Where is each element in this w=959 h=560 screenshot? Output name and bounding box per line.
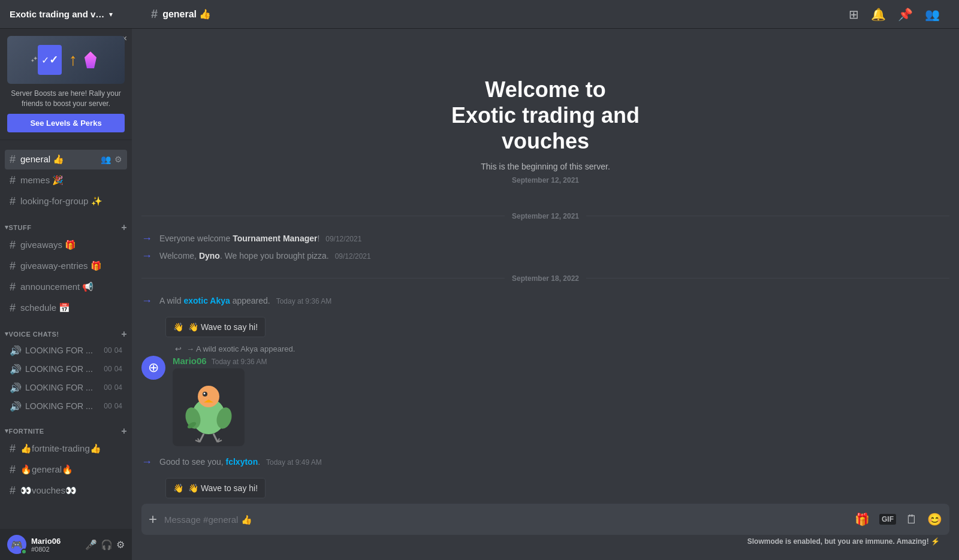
channel-item-memes[interactable]: # memes 🎉 <box>5 171 127 190</box>
channel-name-announcement: announcement 📢 <box>20 281 122 292</box>
channel-hash: # <box>10 485 16 497</box>
channel-hash: # <box>10 239 16 252</box>
top-bar-actions: ⊞ 🔔 📌 👥 <box>849 7 949 22</box>
message-input[interactable] <box>164 507 848 532</box>
channel-item-giveaway-entries[interactable]: # giveaway-entries 🎁 <box>5 256 127 276</box>
voice-counts-3: 00 04 <box>104 383 122 392</box>
server-name: Exotic trading and vouc... <box>10 9 105 19</box>
channel-item-lfg[interactable]: # looking-for-group ✨ <box>5 192 127 211</box>
input-icons: 🎁 GIF 🗒 😊 <box>855 512 942 526</box>
sys-text-1: Everyone welcome Tournament Manager! 09/… <box>159 234 361 243</box>
wave-emoji-1: 👋 <box>173 322 183 332</box>
user-panel: 🎮 Mario06 #0802 🎤 🎧 ⚙ <box>0 529 132 560</box>
section-header-fortnite[interactable]: ▾ FORTNITE + <box>0 416 132 439</box>
join-arrow-icon-2: → <box>141 250 152 262</box>
slowmode-text: Slowmode is enabled, but you are immune.… <box>747 537 940 546</box>
boost-button[interactable]: See Levels & Perks <box>7 114 125 132</box>
gift-icon[interactable]: 🎁 <box>855 512 870 526</box>
hashtag-icon[interactable]: ⊞ <box>849 7 859 22</box>
sys-time-2: 09/12/2021 <box>335 252 371 261</box>
message-input-area: + 🎁 GIF 🗒 😊 Slowmode is enabled, but you… <box>132 504 959 560</box>
wave-button-area-2: 👋 👋 Wave to say hi! <box>132 473 959 498</box>
message-header-mario06: Mario06 Today at 9:36 AM <box>173 356 949 366</box>
message-row-mario06: ⊕ Mario06 Today at 9:36 AM <box>141 356 949 446</box>
sys-time-1: 09/12/2021 <box>325 235 361 243</box>
add-attachment-button[interactable]: + <box>149 504 157 535</box>
section-label-stuff: STUFF <box>9 224 32 231</box>
voice-name-2: LOOKING FOR ... <box>25 364 100 374</box>
date-divider-sep18: September 18, 2022 <box>132 265 959 292</box>
section-header-voice[interactable]: ▾ VOICE CHATS! + <box>0 319 132 342</box>
sidebar: × ✦ ✦ ✓ ↑ Ser <box>0 29 132 560</box>
sticker-icon[interactable]: 🗒 <box>906 513 918 526</box>
msg-author-mario06: Mario06 <box>173 356 207 366</box>
voice-item-2[interactable]: 🔊 LOOKING FOR ... 00 04 <box>5 361 127 378</box>
join-arrow-icon: → <box>141 232 152 245</box>
members-icon[interactable]: 👥 <box>925 7 940 22</box>
add-member-icon[interactable]: 👥 <box>101 155 111 164</box>
channel-item-giveaways[interactable]: # giveaways 🎁 <box>5 235 127 255</box>
message-group-mario06: ↩ → A wild exotic Akya appeared. ⊕ Mario… <box>132 342 959 449</box>
server-name-area[interactable]: Exotic trading and vouc... ▾ <box>10 9 141 19</box>
join-time-1: Today at 9:36 AM <box>276 297 332 305</box>
voice-count-00-4: 00 <box>104 402 111 410</box>
msg-time-mario06: Today at 9:36 AM <box>212 358 267 366</box>
pin-icon[interactable]: 📌 <box>898 7 913 22</box>
emoji-icon[interactable]: 😊 <box>927 512 942 526</box>
join-arrow-icon-3: → <box>141 295 152 307</box>
section-header-stuff[interactable]: ▾ STUFF + <box>0 213 132 235</box>
channel-name-giveaways: giveaways 🎁 <box>20 240 122 250</box>
voice-speaker-icon-2: 🔊 <box>10 364 22 375</box>
message-avatar-mario06: ⊕ <box>141 356 165 380</box>
channel-name-fortnite-trading: 👍fortnite-trading👍 <box>20 443 122 454</box>
wave-button-2[interactable]: 👋 👋 Wave to say hi! <box>165 478 266 498</box>
bird-gif-container <box>173 368 245 446</box>
channel-hash: # <box>10 302 16 314</box>
top-bar: Exotic trading and vouc... ▾ # general 👍… <box>0 0 959 29</box>
voice-count-00-2: 00 <box>104 365 111 373</box>
voice-count-04: 04 <box>114 346 122 355</box>
voice-item-1[interactable]: 🔊 LOOKING FOR ... 00 04 <box>5 342 127 359</box>
channel-name-lfg: looking-for-group ✨ <box>20 196 122 207</box>
join-text-1: A wild exotic Akya appeared. Today at 9:… <box>159 296 331 305</box>
date-label-sep18: September 18, 2022 <box>512 274 579 283</box>
svg-point-1 <box>198 386 219 407</box>
gif-icon[interactable]: GIF <box>879 514 896 525</box>
channel-header: # general 👍 <box>141 7 849 21</box>
voice-item-4[interactable]: 🔊 LOOKING FOR ... 00 04 <box>5 398 127 415</box>
channel-item-general[interactable]: # general 👍 👥 ⚙ <box>5 150 127 169</box>
discord-logo: ⊕ <box>148 360 159 376</box>
bell-icon[interactable]: 🔔 <box>871 7 886 22</box>
username: Mario06 <box>31 537 80 546</box>
channel-name-giveaway-entries: giveaway-entries 🎁 <box>20 261 122 271</box>
section-voice-add-icon[interactable]: + <box>121 329 127 340</box>
voice-item-3[interactable]: 🔊 LOOKING FOR ... 00 04 <box>5 379 127 396</box>
join-time-2: Today at 9:49 AM <box>266 458 322 467</box>
section-fortnite-add-icon[interactable]: + <box>121 426 127 437</box>
message-reply-reference: ↩ → A wild exotic Akya appeared. <box>141 344 949 353</box>
voice-channels: 🔊 LOOKING FOR ... 00 04 🔊 LOOKING FOR ..… <box>0 342 132 416</box>
bird-svg <box>179 371 239 443</box>
channel-hash: # <box>10 443 16 455</box>
channel-item-schedule[interactable]: # schedule 📅 <box>5 298 127 318</box>
channel-item-vouches[interactable]: # 👀vouches👀 <box>5 481 127 501</box>
mute-icon[interactable]: 🎤 <box>85 539 97 550</box>
chevron-icon: ▾ <box>109 10 113 19</box>
deafen-icon[interactable]: 🎧 <box>101 539 113 550</box>
voice-name-1: LOOKING FOR ... <box>25 346 100 355</box>
user-settings-icon[interactable]: ⚙ <box>116 539 125 550</box>
settings-icon[interactable]: ⚙ <box>114 155 122 164</box>
user-controls: 🎤 🎧 ⚙ <box>85 539 125 550</box>
voice-count-00-3: 00 <box>104 383 111 392</box>
user-info: Mario06 #0802 <box>31 537 80 553</box>
wave-button-1[interactable]: 👋 👋 Wave to say hi! <box>165 317 266 337</box>
channel-hash: # <box>10 260 16 273</box>
channel-item-fortnite-trading[interactable]: # 👍fortnite-trading👍 <box>5 439 127 459</box>
channel-item-fortnite-general[interactable]: # 🔥general🔥 <box>5 460 127 480</box>
channel-item-announcement[interactable]: # announcement 📢 <box>5 277 127 297</box>
system-message-2: → Welcome, Dyno. We hope you brought piz… <box>132 247 959 265</box>
section-add-icon[interactable]: + <box>121 222 127 233</box>
voice-count-00: 00 <box>104 346 111 355</box>
messages-area: Welcome toExotic trading andvouches This… <box>132 29 959 504</box>
voice-count-04-3: 04 <box>114 383 122 392</box>
